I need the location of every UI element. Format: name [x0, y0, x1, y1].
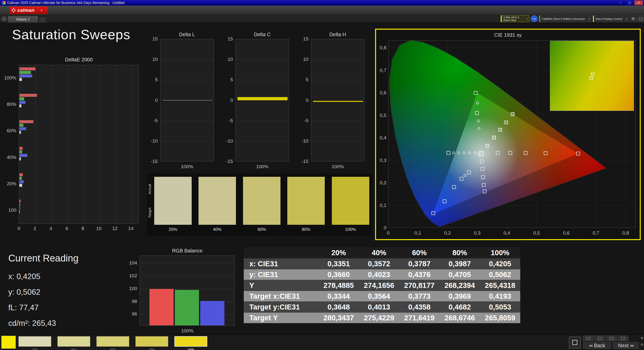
next-button[interactable]: Next ▶▶ — [613, 342, 639, 349]
pattern-thumb-40%[interactable] — [57, 336, 90, 347]
table-cell: 268,2394 — [439, 280, 480, 291]
table-col-header: 60% — [399, 247, 439, 258]
deltae-bar-red — [19, 94, 37, 97]
pattern-thumb-60%[interactable] — [96, 336, 129, 347]
deltaL-plot — [160, 39, 214, 161]
cie-xtick: 0,2 — [442, 230, 453, 236]
deltae-bar-green — [19, 203, 20, 206]
document-icon-button[interactable] — [595, 336, 605, 341]
vgrid — [67, 65, 67, 224]
maximize-button[interactable]: ▢ — [625, 1, 634, 5]
inset-target-marker — [589, 76, 593, 79]
deltaH-xlabel: 100% — [311, 164, 365, 169]
swatch-label: 40% — [198, 227, 236, 232]
rgb-ytick: 98 — [125, 299, 137, 304]
hgrid — [140, 263, 235, 264]
table-row: x: CIE310,33510,35720,37870,39870,4205 — [244, 258, 520, 269]
deltaH-bar — [313, 101, 363, 102]
gear-icon[interactable]: ⚙ — [630, 15, 637, 22]
swatch-label: 80% — [287, 227, 325, 232]
monitor-glyph — [639, 18, 642, 20]
back-label: Back — [594, 343, 605, 348]
table-cell: 0,3648 — [318, 302, 359, 312]
deltae-bar-blue — [19, 180, 24, 183]
table-row: y: CIE310,36600,40230,43760,47050,5062 — [244, 269, 520, 280]
current-reading-value: fL: 77,47 — [8, 303, 39, 312]
meter-status-accent — [501, 16, 502, 22]
app-icon — [2, 1, 6, 5]
table-cell: 0,4376 — [399, 269, 439, 280]
back-button[interactable]: ◀◀ Back — [583, 342, 611, 349]
table-cell: 0,3572 — [359, 258, 399, 269]
chevron-down-icon: ▾ — [626, 18, 627, 20]
deltaL-xlabel: 100% — [160, 164, 214, 169]
deltaC-ytick: -15 — [222, 159, 233, 164]
target-row-label: Target — [147, 201, 152, 224]
current-reading-value: cd/m²: 265,43 — [8, 319, 56, 328]
camera-icon-button[interactable] — [618, 336, 628, 341]
cie-ytick: 0,3 — [376, 158, 386, 163]
vgrid — [51, 65, 51, 224]
pattern-generator-selector[interactable]: CalMAN Client 3 Pattern Generator ▾ — [539, 15, 591, 22]
table-col-header: 100% — [480, 247, 520, 258]
rgb-balance-chart-title: RGB Balance — [140, 248, 235, 254]
pattern-generator-label: CalMAN Client 3 Pattern Generator — [542, 17, 585, 20]
table-cell: 0,3660 — [318, 269, 359, 280]
deltaC-ytick: -10 — [222, 138, 233, 144]
delta-l-chart-title: Delta L — [160, 32, 214, 37]
deltaC-plot — [235, 39, 289, 161]
table-cell: 0,4682 — [439, 302, 480, 312]
cie-xtick: 0 — [383, 230, 394, 236]
meter-badge[interactable]: 711 — [531, 15, 538, 22]
rgb-ytick: 96 — [125, 311, 137, 317]
deltae-xtick: 14 — [126, 226, 136, 231]
display-icon[interactable] — [637, 15, 644, 22]
table-cell: 0,4705 — [439, 269, 480, 280]
printer-icon-button[interactable] — [606, 336, 617, 341]
pattern-thumb-20%[interactable] — [18, 336, 51, 347]
new-tab-stub[interactable] — [39, 17, 46, 23]
gear-icon[interactable]: ⚙ — [640, 336, 644, 340]
deltaL-bar — [162, 100, 212, 101]
gear-icon[interactable]: ⚙ — [640, 343, 644, 346]
table-row-label: Target Y — [244, 313, 318, 323]
calman-logo-button[interactable]: calman ▾ — [10, 7, 48, 14]
deltaL-ytick: 10 — [147, 57, 158, 62]
display-control-selector[interactable]: Direct Display Control ▾ — [593, 15, 628, 22]
chevron-down-icon: ▾ — [38, 9, 42, 12]
pattern-thumb-100%[interactable] — [174, 336, 207, 347]
pattern-window-icon — [572, 340, 577, 345]
table-cell: 0,3344 — [318, 291, 359, 301]
table-cell: 0,5062 — [480, 269, 520, 280]
table-row: Y278,4885274,1656270,8177268,2394265,431… — [244, 280, 520, 291]
hgrid — [311, 121, 364, 121]
table-row: Target Y280,3437275,4229271,6419268,6746… — [244, 313, 520, 323]
hgrid — [160, 141, 214, 142]
deltae-bar-green — [19, 71, 31, 74]
deltae-bar-red — [19, 67, 35, 70]
deltae-category: 100% — [0, 75, 16, 81]
table-row-label: Y — [244, 280, 318, 291]
monitor-icon-button[interactable] — [583, 336, 594, 341]
table-cell: 278,4885 — [318, 280, 359, 291]
display-status-accent — [593, 16, 594, 22]
tab-history-1[interactable]: History 1 — [8, 16, 38, 23]
cie-zoom-inset — [550, 41, 634, 111]
minimize-button[interactable]: ─ — [616, 1, 625, 5]
swatch-40% — [198, 177, 236, 225]
delta-c-chart-title: Delta C — [235, 32, 289, 37]
deltae-bar-green — [19, 177, 22, 180]
deltaL-ytick: -15 — [147, 159, 158, 164]
deltae-bar-red — [19, 147, 23, 150]
meter-selector[interactable]: X-Rite i1Pro 3 Direct View ▾ — [501, 15, 529, 22]
deltaH-ytick: 10 — [297, 57, 308, 62]
pattern-window-button[interactable] — [569, 337, 581, 348]
deltaC-ytick: -5 — [222, 118, 233, 123]
cie-xtick: 0,1 — [412, 230, 423, 236]
close-button[interactable]: ✕ — [634, 1, 643, 5]
table-cell: 0,3351 — [318, 258, 359, 269]
tab-scroll-button[interactable]: ◂ — [1, 16, 7, 22]
swatch-60% — [243, 177, 281, 225]
next-label: Next — [618, 343, 628, 348]
pattern-thumb-80%[interactable] — [135, 336, 168, 347]
